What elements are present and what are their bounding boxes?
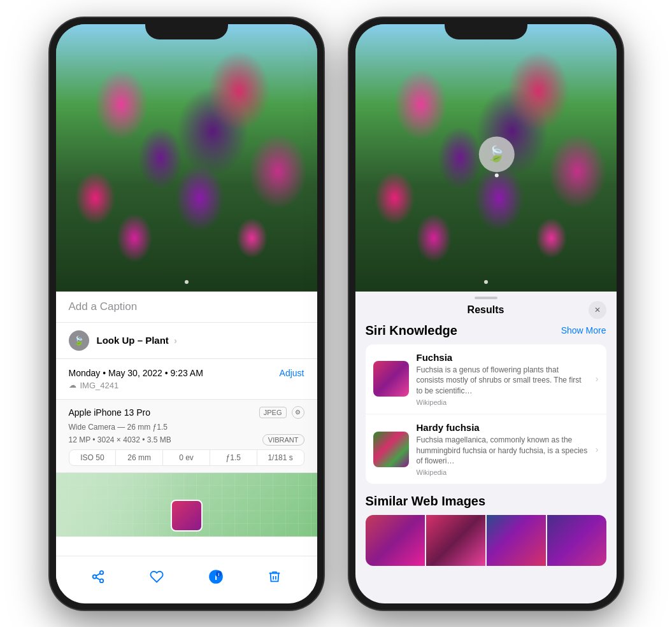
results-sheet: Results ✕ Siri Knowledge Show More Fuchs…	[355, 292, 617, 567]
svg-text:i: i	[218, 571, 219, 577]
close-button[interactable]: ✕	[589, 301, 606, 319]
visual-lookup-badge[interactable]: 🍃	[478, 136, 514, 172]
fuchsia-source: Wikipedia	[417, 398, 588, 406]
page-indicator-2	[484, 280, 488, 284]
hardy-thumbnail	[373, 432, 409, 467]
hardy-chevron-icon: ›	[596, 444, 599, 454]
similar-images-title: Similar Web Images	[366, 494, 606, 509]
meta-section: Monday • May 30, 2022 • 9:23 AM Adjust ☁…	[56, 359, 317, 400]
photo-date: Monday • May 30, 2022 • 9:23 AM	[69, 368, 203, 378]
fuchsia-title: Fuchsia	[417, 352, 588, 363]
info-button[interactable]: i i	[202, 563, 230, 591]
style-badge: VIBRANT	[262, 434, 304, 446]
filename: IMG_4241	[80, 381, 119, 390]
share-button[interactable]	[84, 563, 112, 591]
sheet-content: Siri Knowledge Show More Fuchsia Fuchsia…	[355, 321, 617, 567]
fuchsia-description: Fuchsia is a genus of flowering plants t…	[417, 365, 588, 397]
exif-ev: 0 ev	[163, 450, 210, 465]
device-section: Apple iPhone 13 Pro JPEG ⚙ Wide Camera —…	[56, 400, 317, 473]
similar-image-1[interactable]	[366, 515, 425, 566]
fuchsia-chevron-icon: ›	[596, 374, 599, 384]
hardy-title: Hardy fuchsia	[417, 422, 588, 433]
screen-detail: Add a Caption 🍃 Look Up – Plant › Monday…	[56, 24, 317, 603]
cloud-icon: ☁	[69, 381, 76, 390]
similar-image-4[interactable]	[547, 515, 606, 566]
home-indicator	[148, 603, 225, 606]
format-badge: JPEG	[259, 407, 287, 418]
phone-detail: Add a Caption 🍃 Look Up – Plant › Monday…	[50, 18, 324, 610]
map-thumbnail	[171, 500, 203, 532]
fuchsia-thumbnail	[373, 361, 409, 397]
photo-area-2[interactable]: 🍃	[355, 24, 617, 292]
exif-iso: ISO 50	[69, 450, 117, 465]
screen-lookup: 🍃 Results ✕ Siri Knowledge Show More	[355, 24, 617, 603]
favorite-button[interactable]	[143, 563, 171, 591]
sheet-header: Results ✕	[355, 299, 617, 321]
photo-specs: 12 MP • 3024 × 4032 • 3.5 MB	[69, 435, 171, 444]
exif-row: ISO 50 26 mm 0 ev ƒ1.5 1/181 s	[69, 449, 304, 466]
lookup-icon: 🍃	[69, 330, 89, 351]
photo-area[interactable]	[56, 24, 317, 292]
device-name: Apple iPhone 13 Pro	[69, 407, 150, 418]
home-indicator-2	[448, 603, 524, 606]
similar-images-section: Similar Web Images	[366, 494, 606, 566]
lookup-chevron: ›	[174, 335, 177, 346]
knowledge-item-fuchsia[interactable]: Fuchsia Fuchsia is a genus of flowering …	[366, 344, 606, 414]
lookup-label: Look Up – Plant ›	[97, 335, 178, 346]
adjust-button[interactable]: Adjust	[280, 368, 304, 378]
notch-2	[445, 18, 527, 39]
lookup-row[interactable]: 🍃 Look Up – Plant ›	[56, 323, 317, 359]
bottom-toolbar: i i	[56, 556, 317, 591]
notch	[145, 18, 228, 39]
hardy-description: Fuchsia magellanica, commonly known as t…	[417, 435, 588, 467]
similar-image-2[interactable]	[426, 515, 485, 566]
settings-icon[interactable]: ⚙	[292, 406, 304, 419]
show-more-button[interactable]: Show More	[561, 325, 606, 335]
knowledge-item-hardy[interactable]: Hardy fuchsia Fuchsia magellanica, commo…	[366, 414, 606, 484]
similar-images-grid	[366, 515, 606, 566]
phone-lookup: 🍃 Results ✕ Siri Knowledge Show More	[349, 18, 623, 610]
hardy-text: Hardy fuchsia Fuchsia magellanica, commo…	[417, 422, 588, 476]
page-indicator	[185, 280, 189, 284]
siri-knowledge-header: Siri Knowledge Show More	[366, 323, 606, 338]
camera-detail: Wide Camera — 26 mm ƒ1.5	[69, 423, 304, 432]
exif-focal: 26 mm	[116, 450, 163, 465]
knowledge-card: Fuchsia Fuchsia is a genus of flowering …	[366, 344, 606, 484]
map-preview[interactable]	[56, 473, 317, 537]
caption-area[interactable]: Add a Caption	[56, 292, 317, 323]
similar-image-3[interactable]	[487, 515, 546, 566]
badge-dot	[494, 173, 498, 177]
delete-button[interactable]	[261, 563, 289, 591]
sheet-title: Results	[468, 304, 504, 316]
flower-image	[56, 24, 317, 292]
filename-row: ☁ IMG_4241	[69, 381, 304, 390]
exif-aperture: ƒ1.5	[210, 450, 257, 465]
fuchsia-text: Fuchsia Fuchsia is a genus of flowering …	[417, 352, 588, 406]
hardy-source: Wikipedia	[417, 468, 588, 476]
leaf-icon: 🍃	[487, 145, 506, 163]
siri-knowledge-title: Siri Knowledge	[366, 323, 457, 338]
exif-shutter: 1/181 s	[257, 450, 304, 465]
caption-placeholder[interactable]: Add a Caption	[69, 300, 138, 313]
